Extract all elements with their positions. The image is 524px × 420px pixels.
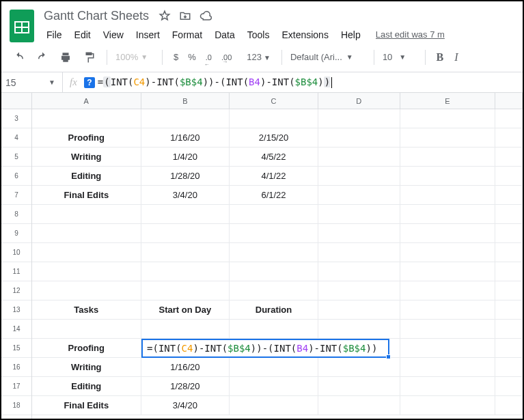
cell[interactable] — [318, 377, 400, 395]
currency-format-button[interactable]: $ — [171, 52, 181, 62]
row-header[interactable]: 9 — [1, 224, 31, 243]
active-cell-editor[interactable]: =(INT(C4)-INT($B$4))-(INT(B4)-INT($B$4)) — [141, 339, 389, 358]
font-select[interactable]: Default (Ari...▼ — [290, 52, 366, 62]
cell[interactable] — [400, 128, 496, 147]
cell[interactable] — [32, 262, 141, 281]
cell[interactable] — [400, 167, 496, 185]
cell[interactable]: 1/28/20 — [141, 377, 230, 395]
print-button[interactable] — [56, 48, 75, 67]
cell[interactable] — [141, 243, 230, 262]
cell[interactable] — [318, 320, 400, 338]
spreadsheet-grid[interactable]: 3 4 5 6 7 8 9 10 11 12 13 14 15 16 17 18… — [1, 93, 523, 420]
cell[interactable] — [495, 167, 523, 185]
cell[interactable] — [318, 262, 400, 281]
cell[interactable] — [400, 262, 496, 281]
cell[interactable]: 1/28/20 — [141, 167, 230, 185]
col-header[interactable]: C — [230, 93, 318, 109]
cell[interactable]: Start on Day — [141, 300, 230, 319]
cell[interactable] — [495, 243, 523, 262]
row-header[interactable]: 5 — [1, 148, 31, 167]
cell[interactable] — [318, 396, 400, 415]
cell[interactable]: Proofing — [32, 339, 141, 357]
cell[interactable] — [400, 148, 496, 166]
cell[interactable] — [400, 339, 496, 357]
menu-help[interactable]: Help — [335, 27, 366, 42]
cell[interactable] — [400, 109, 496, 128]
cell[interactable] — [141, 224, 230, 242]
col-header[interactable]: A — [32, 93, 141, 109]
cell[interactable] — [400, 320, 496, 338]
zoom-select[interactable]: 100%▼ — [115, 52, 154, 62]
cell[interactable] — [318, 358, 400, 376]
cell[interactable]: 1/16/20 — [141, 128, 230, 147]
cell[interactable] — [318, 186, 400, 204]
cell[interactable] — [230, 109, 318, 128]
cell[interactable] — [318, 205, 400, 223]
cell[interactable] — [230, 281, 318, 300]
row-header[interactable]: 7 — [1, 186, 31, 205]
cloud-status-icon[interactable] — [199, 10, 212, 22]
cell[interactable] — [318, 148, 400, 166]
row-header[interactable]: 3 — [1, 109, 31, 128]
cell[interactable] — [318, 243, 400, 262]
cell[interactable] — [318, 281, 400, 300]
cell[interactable] — [495, 205, 523, 223]
undo-button[interactable] — [10, 48, 29, 67]
doc-title[interactable]: Gantt Chart Sheets — [41, 8, 152, 25]
cell[interactable] — [495, 300, 523, 319]
fill-handle[interactable] — [386, 354, 391, 359]
cell[interactable] — [230, 243, 318, 262]
cell[interactable] — [230, 377, 318, 395]
cell[interactable] — [318, 300, 400, 319]
menu-edit[interactable]: Edit — [69, 27, 96, 42]
cell[interactable] — [400, 205, 496, 223]
paint-format-button[interactable] — [79, 48, 98, 67]
cell[interactable]: Writing — [32, 358, 141, 376]
cell[interactable] — [400, 300, 496, 319]
row-header[interactable]: 14 — [1, 320, 31, 339]
redo-button[interactable] — [33, 48, 52, 67]
cell[interactable] — [400, 377, 496, 395]
cell[interactable]: 1/16/20 — [141, 358, 230, 376]
menu-extensions[interactable]: Extensions — [276, 27, 333, 42]
cell[interactable] — [230, 358, 318, 376]
cell[interactable] — [495, 281, 523, 300]
font-size-select[interactable]: 10▼ — [383, 52, 417, 62]
percent-format-button[interactable]: % — [185, 52, 199, 62]
cell[interactable] — [141, 109, 230, 128]
row-header[interactable]: 10 — [1, 243, 31, 262]
sheets-logo[interactable] — [10, 10, 34, 42]
cell[interactable] — [318, 167, 400, 185]
col-header[interactable]: B — [141, 93, 230, 109]
cell[interactable] — [32, 243, 141, 262]
select-all-corner[interactable] — [1, 93, 31, 109]
cell[interactable]: Editing — [32, 377, 141, 395]
row-header[interactable]: 11 — [1, 262, 31, 281]
cell[interactable] — [230, 262, 318, 281]
row-header[interactable]: 16 — [1, 358, 31, 377]
cell[interactable] — [318, 128, 400, 147]
cell[interactable] — [495, 320, 523, 338]
cell[interactable] — [141, 281, 230, 300]
cell[interactable] — [32, 205, 141, 223]
cell[interactable]: 4/5/22 — [230, 148, 318, 166]
row-header[interactable]: 18 — [1, 396, 31, 415]
cell[interactable] — [32, 320, 141, 338]
cell[interactable] — [230, 396, 318, 415]
cell[interactable] — [318, 224, 400, 242]
formula-help-icon[interactable]: ? — [84, 77, 95, 88]
cell[interactable] — [495, 262, 523, 281]
increase-decimal-button[interactable]: .00→ — [219, 52, 240, 62]
menu-data[interactable]: Data — [209, 27, 240, 42]
row-header[interactable]: 12 — [1, 281, 31, 300]
menu-view[interactable]: View — [98, 27, 129, 42]
cell[interactable] — [32, 224, 141, 242]
row-header[interactable]: 17 — [1, 377, 31, 396]
cell[interactable] — [495, 148, 523, 166]
number-format-select[interactable]: 123▼ — [244, 52, 273, 62]
cell[interactable] — [495, 109, 523, 128]
cell[interactable] — [400, 186, 496, 204]
cell[interactable] — [495, 128, 523, 147]
cell[interactable] — [400, 224, 496, 242]
star-icon[interactable] — [158, 10, 171, 22]
